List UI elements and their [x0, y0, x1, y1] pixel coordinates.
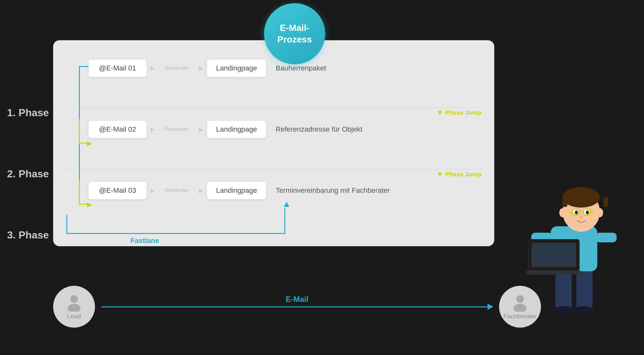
- svg-point-29: [580, 216, 583, 219]
- phase-jump-1-area: ▼ Phase Jump: [436, 108, 481, 117]
- reminder-1-arrow: ▶ ··· Reminder ··· ▶: [150, 65, 203, 72]
- arrow-chevron-2: ▶: [150, 126, 155, 133]
- svg-point-17: [563, 187, 600, 208]
- fastlane-bottom-vert-right: [284, 208, 285, 234]
- reminder-2-arrow: ▶ ··· Reminder ··· ▶: [150, 126, 203, 133]
- reminder-label-1: Reminder: [165, 65, 189, 71]
- lead-label: Lead: [67, 313, 81, 320]
- email-03-box: @E-Mail 03: [89, 182, 147, 199]
- arrow-chevron-after-2: ▶: [199, 126, 203, 133]
- email-arrow-label: E-Mail: [286, 295, 308, 304]
- divider-1: [66, 107, 481, 107]
- phase-3-label: 3. Phase: [7, 204, 49, 266]
- svg-point-22: [575, 210, 578, 214]
- phase-1-label: 1. Phase: [7, 82, 49, 143]
- landingpage-2-box: Landingpage: [207, 121, 266, 138]
- svg-point-31: [597, 208, 603, 217]
- fastlane-up-arrow: ▲: [282, 199, 291, 209]
- reminder-dots-after-2: ···: [190, 126, 197, 133]
- phase-3-row: @E-Mail 03 ▶ ··· Reminder ··· ▶ Landingp…: [89, 182, 481, 199]
- phase-jump-2-arrow-icon: ▼: [436, 170, 443, 179]
- bottom-section: Lead E-Mail Fachberater: [53, 278, 541, 336]
- reminder-3-arrow: ▶ ··· Reminder ··· ▶: [150, 187, 203, 194]
- email-prozess-title: E-Mail-Prozess: [264, 22, 325, 46]
- fastlane-label: Fastlane: [130, 237, 159, 245]
- email-arrow-section: E-Mail: [101, 306, 493, 307]
- email-arrow-line: [101, 306, 493, 307]
- fastlane-bottom-left: [66, 215, 67, 234]
- arrow-chevron-after-3: ▶: [199, 187, 203, 194]
- email-02-box: @E-Mail 02: [89, 121, 147, 138]
- svg-rect-10: [596, 233, 617, 242]
- email-prozess-circle: E-Mail-Prozess: [264, 3, 325, 64]
- svg-point-30: [559, 208, 566, 217]
- phase-labels: 1. Phase 2. Phase 3. Phase: [7, 82, 49, 266]
- character-illustration: [525, 162, 625, 329]
- yellow-arrow-2: ▶: [87, 201, 92, 208]
- yellow-arrow-1: ▶: [87, 139, 92, 147]
- email-01-box: @E-Mail 01: [89, 60, 147, 77]
- landingpage-3-box: Landingpage: [207, 182, 266, 199]
- reminder-dots-after-3: ···: [190, 187, 197, 194]
- phase-2-label: 2. Phase: [7, 143, 49, 204]
- blue-horizontal-top: [79, 66, 89, 67]
- svg-point-0: [70, 295, 78, 303]
- yellow-connector-1: [79, 119, 80, 143]
- yellow-connector-2: [79, 180, 80, 204]
- arrow-chevron-1: ▶: [150, 65, 155, 72]
- svg-rect-18: [563, 197, 567, 207]
- svg-rect-15: [526, 271, 581, 275]
- svg-rect-19: [603, 197, 608, 207]
- svg-point-3: [514, 304, 526, 312]
- phase-2-description: Referenzadresse für Objekt: [276, 125, 362, 134]
- landingpage-1-box: Landingpage: [207, 60, 266, 77]
- phase-jump-2-label: Phase Jump: [445, 171, 481, 178]
- reminder-dots-2: ···: [156, 126, 164, 133]
- phase-jump-2-area: ▼ Phase Jump: [436, 170, 481, 179]
- svg-rect-14: [533, 244, 575, 266]
- process-box: @E-Mail 01 ▶ ··· Reminder ··· ▶ Landingp…: [53, 40, 494, 246]
- arrow-chevron-3: ▶: [150, 187, 155, 194]
- svg-point-6: [553, 306, 573, 315]
- divider-2: [66, 169, 481, 169]
- svg-point-2: [516, 295, 524, 303]
- reminder-dots-after-1: ···: [190, 65, 197, 71]
- phase-2-row: @E-Mail 02 ▶ ··· Reminder ··· ▶ Landingp…: [89, 121, 481, 138]
- phase-jump-1-label: Phase Jump: [445, 109, 481, 116]
- lead-person-icon: [66, 294, 82, 312]
- reminder-dots-1: ···: [156, 65, 164, 71]
- svg-point-7: [573, 306, 594, 315]
- reminder-dots-3: ···: [156, 187, 164, 194]
- character-svg: [525, 162, 625, 329]
- reminder-label-3: Reminder: [165, 187, 189, 194]
- arrow-chevron-after-1: ▶: [199, 65, 203, 72]
- fastlane-bottom-horiz: [66, 233, 285, 234]
- svg-point-23: [586, 210, 589, 214]
- phase-jump-1-arrow-icon: ▼: [436, 108, 443, 117]
- reminder-label-2: Reminder: [165, 126, 189, 133]
- phase-3-description: Terminvereinbarung mit Fachberater: [276, 186, 390, 195]
- svg-point-1: [68, 304, 80, 312]
- lead-circle: Lead: [53, 286, 95, 328]
- arrow-tip: [488, 304, 493, 310]
- phase-1-description: Bauherrenpaket: [276, 64, 326, 72]
